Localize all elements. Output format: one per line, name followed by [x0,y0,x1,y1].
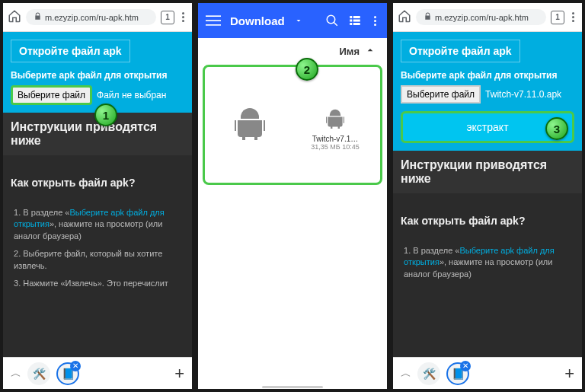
home-icon[interactable] [8,9,21,26]
svg-rect-0 [206,15,221,17]
file-meta: 31,35 МБ 10:45 [311,143,359,151]
file-tile-apk[interactable]: Twitch-v7.1… 31,35 МБ 10:45 [295,72,376,178]
url-bar[interactable]: m.ezyzip.com/ru-apk.htm [416,9,546,25]
panel-step-3: m.ezyzip.com/ru-apk.htm 1 Откройте файл … [393,3,582,389]
tab-strip: ︿ 🛠️ 📘✕ + [393,357,582,389]
sort-label: Имя [339,46,360,57]
steps-list: В разделе «Выберите apk файл для открыти… [393,237,582,294]
how-heading: Как открыть файл apk? [3,166,192,199]
tabs-count[interactable]: 1 [161,11,174,24]
svg-line-4 [334,22,337,26]
step-badge-2: 2 [296,58,318,81]
gesture-bar [198,384,387,389]
file-tile-empty [209,72,290,178]
tab-favicon-2[interactable]: 📘✕ [56,362,79,385]
pick-label: Выберите apk файл для открытия [11,70,184,81]
svg-rect-5 [350,16,352,18]
browser-toolbar: m.ezyzip.com/ru-apk.htm 1 [3,3,192,32]
tab-favicon-1[interactable]: 🛠️ [27,362,50,385]
lock-icon [424,12,432,22]
url-bar[interactable]: m.ezyzip.com/ru-apk.htm [26,9,156,25]
tab-strip: ︿ 🛠️ 📘✕ + [3,357,192,389]
fm-menu-icon[interactable] [371,16,379,26]
svg-rect-2 [206,24,221,26]
file-manager-toolbar: Download [198,3,387,38]
file-grid: Twitch-v7.1… 31,35 МБ 10:45 [203,65,382,185]
fm-title[interactable]: Download [230,14,285,27]
tab-favicon-2[interactable]: 📘✕ [446,362,469,385]
svg-rect-8 [353,20,360,22]
hamburger-icon[interactable] [206,13,221,28]
svg-rect-1 [206,20,221,21]
step-1: В разделе «Выберите apk файл для открыти… [14,207,181,242]
how-heading: Как открыть файл apk? [393,204,582,237]
browser-toolbar: m.ezyzip.com/ru-apk.htm 1 [393,3,582,32]
search-icon[interactable] [325,14,339,27]
android-icon [232,105,268,145]
file-name: Twitch-v7.1… [311,135,359,143]
open-title: Откройте файл apk [11,40,130,62]
chevron-down-icon[interactable] [294,16,303,25]
open-title: Откройте файл apk [401,40,520,62]
choose-file-button[interactable]: Выберите файл [401,85,481,104]
tabs-count[interactable]: 1 [551,11,564,24]
lock-icon [34,12,42,22]
menu-icon[interactable] [569,12,577,22]
page-content: Откройте файл apk Выберите apk файл для … [3,32,192,357]
url-text: m.ezyzip.com/ru-apk.htm [435,13,529,22]
close-icon[interactable]: ✕ [460,361,471,371]
step-badge-3: 3 [545,117,568,140]
chevron-up-icon[interactable]: ︿ [401,367,411,381]
chevron-up-icon[interactable]: ︿ [11,367,21,381]
page-content: Откройте файл apk Выберите apk файл для … [393,32,582,357]
open-file-section: Откройте файл apk Выберите apk файл для … [3,32,192,113]
url-text: m.ezyzip.com/ru-apk.htm [45,13,139,22]
new-tab-button[interactable]: + [564,364,574,384]
svg-rect-9 [350,23,352,25]
choose-file-button[interactable]: Выберите файл [11,85,92,105]
home-icon[interactable] [398,9,411,26]
svg-rect-7 [350,20,352,22]
pick-label: Выберите apk файл для открытия [401,70,574,81]
menu-icon[interactable] [179,12,187,22]
selected-file-text: Twitch-v7.11.0.apk [485,89,561,100]
steps-list: В разделе «Выберите apk файл для открыти… [3,199,192,303]
panel-step-2: Download Имя Twitch-v7.1… 31,35 МБ 10:45… [198,3,387,389]
tab-favicon-1[interactable]: 🛠️ [417,362,440,385]
chevron-up-icon [364,44,376,59]
instructions-heading: Инструкции приводятся ниже [393,151,582,193]
step-3: Нажмите «Извлечь». Это перечислит [14,278,181,289]
sort-row[interactable]: Имя [198,38,387,65]
step-2: Выберите файл, который вы хотите извлечь… [14,248,181,272]
selected-file-text: Файл не выбран [97,90,166,100]
panel-step-1: m.ezyzip.com/ru-apk.htm 1 Откройте файл … [3,3,192,389]
svg-rect-10 [353,23,360,25]
android-icon [324,107,347,131]
close-icon[interactable]: ✕ [70,361,81,371]
step-badge-1: 1 [94,104,117,126]
new-tab-button[interactable]: + [174,364,184,384]
svg-rect-6 [353,16,360,18]
step-1: В разделе «Выберите apk файл для открыти… [404,245,571,280]
svg-point-3 [327,15,335,24]
view-list-icon[interactable] [348,14,362,27]
